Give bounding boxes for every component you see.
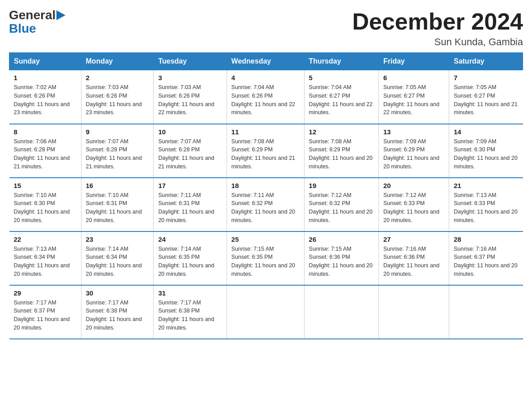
day-info: Sunrise: 7:12 AMSunset: 6:33 PMDaylight:…	[383, 191, 444, 225]
day-info: Sunrise: 7:12 AMSunset: 6:32 PMDaylight:…	[309, 191, 374, 225]
day-number: 4	[232, 74, 300, 81]
calendar-cell: 29 Sunrise: 7:17 AMSunset: 6:37 PMDaylig…	[9, 285, 82, 339]
day-info: Sunrise: 7:03 AMSunset: 6:26 PMDaylight:…	[158, 83, 222, 117]
logo-blue: Blue	[9, 21, 36, 36]
day-number: 15	[14, 182, 77, 189]
day-info: Sunrise: 7:16 AMSunset: 6:37 PMDaylight:…	[454, 245, 518, 278]
header-wednesday: Wednesday	[227, 53, 304, 70]
calendar-week-row: 22 Sunrise: 7:13 AMSunset: 6:34 PMDaylig…	[9, 231, 523, 285]
day-number: 21	[454, 182, 518, 189]
day-number: 18	[232, 182, 300, 189]
day-info: Sunrise: 7:05 AMSunset: 6:27 PMDaylight:…	[383, 83, 444, 117]
calendar-cell: 30 Sunrise: 7:17 AMSunset: 6:38 PMDaylig…	[81, 285, 154, 339]
calendar-cell: 8 Sunrise: 7:06 AMSunset: 6:28 PMDayligh…	[9, 124, 82, 178]
day-info: Sunrise: 7:10 AMSunset: 6:31 PMDaylight:…	[86, 191, 149, 225]
calendar-cell: 20 Sunrise: 7:12 AMSunset: 6:33 PMDaylig…	[379, 178, 449, 231]
day-info: Sunrise: 7:10 AMSunset: 6:30 PMDaylight:…	[14, 191, 77, 225]
header-tuesday: Tuesday	[154, 53, 227, 70]
calendar-cell: 16 Sunrise: 7:10 AMSunset: 6:31 PMDaylig…	[81, 178, 154, 231]
day-info: Sunrise: 7:07 AMSunset: 6:28 PMDaylight:…	[158, 137, 222, 171]
header-sunday: Sunday	[9, 53, 82, 70]
day-number: 23	[86, 235, 149, 243]
calendar-cell: 1 Sunrise: 7:02 AMSunset: 6:26 PMDayligh…	[9, 70, 82, 124]
calendar-week-row: 1 Sunrise: 7:02 AMSunset: 6:26 PMDayligh…	[9, 70, 523, 124]
logo-arrow-icon	[56, 10, 65, 20]
calendar-table: SundayMondayTuesdayWednesdayThursdayFrid…	[9, 52, 523, 339]
calendar-week-row: 29 Sunrise: 7:17 AMSunset: 6:37 PMDaylig…	[9, 285, 523, 339]
svg-marker-0	[56, 10, 65, 20]
calendar-cell: 5 Sunrise: 7:04 AMSunset: 6:27 PMDayligh…	[304, 70, 378, 124]
header-monday: Monday	[81, 53, 154, 70]
day-info: Sunrise: 7:14 AMSunset: 6:34 PMDaylight:…	[86, 245, 149, 278]
day-number: 16	[86, 182, 149, 189]
day-number: 28	[454, 235, 518, 243]
day-number: 11	[232, 128, 300, 136]
calendar-cell	[227, 285, 304, 339]
title-block: December 2024 Sun Kunda, Gambia	[352, 9, 523, 48]
location: Sun Kunda, Gambia	[352, 36, 523, 48]
calendar-cell: 3 Sunrise: 7:03 AMSunset: 6:26 PMDayligh…	[154, 70, 227, 124]
month-title: December 2024	[352, 9, 523, 34]
day-info: Sunrise: 7:02 AMSunset: 6:26 PMDaylight:…	[14, 83, 77, 117]
day-info: Sunrise: 7:09 AMSunset: 6:30 PMDaylight:…	[454, 137, 518, 171]
day-number: 19	[309, 182, 374, 189]
day-number: 22	[14, 235, 77, 243]
day-number: 30	[86, 289, 149, 297]
calendar-cell: 14 Sunrise: 7:09 AMSunset: 6:30 PMDaylig…	[449, 124, 523, 178]
day-number: 10	[158, 128, 222, 136]
calendar-cell: 25 Sunrise: 7:15 AMSunset: 6:35 PMDaylig…	[227, 231, 304, 285]
calendar-cell: 26 Sunrise: 7:15 AMSunset: 6:36 PMDaylig…	[304, 231, 378, 285]
calendar-cell: 18 Sunrise: 7:11 AMSunset: 6:32 PMDaylig…	[227, 178, 304, 231]
calendar-cell: 27 Sunrise: 7:16 AMSunset: 6:36 PMDaylig…	[379, 231, 449, 285]
day-info: Sunrise: 7:17 AMSunset: 6:38 PMDaylight:…	[158, 299, 222, 332]
calendar-cell: 28 Sunrise: 7:16 AMSunset: 6:37 PMDaylig…	[449, 231, 523, 285]
day-info: Sunrise: 7:13 AMSunset: 6:33 PMDaylight:…	[454, 191, 518, 225]
calendar-cell: 24 Sunrise: 7:14 AMSunset: 6:35 PMDaylig…	[154, 231, 227, 285]
day-number: 26	[309, 235, 374, 243]
day-info: Sunrise: 7:08 AMSunset: 6:29 PMDaylight:…	[232, 137, 300, 171]
calendar-cell: 7 Sunrise: 7:05 AMSunset: 6:27 PMDayligh…	[449, 70, 523, 124]
header-thursday: Thursday	[304, 53, 378, 70]
calendar-cell: 17 Sunrise: 7:11 AMSunset: 6:31 PMDaylig…	[154, 178, 227, 231]
day-info: Sunrise: 7:15 AMSunset: 6:35 PMDaylight:…	[232, 245, 300, 278]
day-number: 1	[14, 74, 77, 81]
day-number: 14	[454, 128, 518, 136]
calendar-cell: 23 Sunrise: 7:14 AMSunset: 6:34 PMDaylig…	[81, 231, 154, 285]
day-info: Sunrise: 7:17 AMSunset: 6:38 PMDaylight:…	[86, 299, 149, 332]
calendar-cell: 11 Sunrise: 7:08 AMSunset: 6:29 PMDaylig…	[227, 124, 304, 178]
day-number: 25	[232, 235, 300, 243]
logo: General Blue	[9, 9, 65, 36]
day-info: Sunrise: 7:04 AMSunset: 6:26 PMDaylight:…	[232, 83, 300, 117]
header-friday: Friday	[379, 53, 449, 70]
day-number: 2	[86, 74, 149, 81]
calendar-cell: 22 Sunrise: 7:13 AMSunset: 6:34 PMDaylig…	[9, 231, 82, 285]
calendar-cell	[304, 285, 378, 339]
day-info: Sunrise: 7:07 AMSunset: 6:28 PMDaylight:…	[86, 137, 149, 171]
day-number: 20	[383, 182, 444, 189]
day-number: 9	[86, 128, 149, 136]
calendar-week-row: 15 Sunrise: 7:10 AMSunset: 6:30 PMDaylig…	[9, 178, 523, 231]
page-header: General Blue December 2024 Sun Kunda, Ga…	[9, 9, 523, 48]
day-info: Sunrise: 7:11 AMSunset: 6:32 PMDaylight:…	[232, 191, 300, 225]
calendar-cell: 15 Sunrise: 7:10 AMSunset: 6:30 PMDaylig…	[9, 178, 82, 231]
calendar-cell	[449, 285, 523, 339]
header-saturday: Saturday	[449, 53, 523, 70]
day-number: 3	[158, 74, 222, 81]
day-number: 12	[309, 128, 374, 136]
day-info: Sunrise: 7:06 AMSunset: 6:28 PMDaylight:…	[14, 137, 77, 171]
day-info: Sunrise: 7:11 AMSunset: 6:31 PMDaylight:…	[158, 191, 222, 225]
day-info: Sunrise: 7:03 AMSunset: 6:26 PMDaylight:…	[86, 83, 149, 117]
day-number: 7	[454, 74, 518, 81]
calendar-cell: 6 Sunrise: 7:05 AMSunset: 6:27 PMDayligh…	[379, 70, 449, 124]
calendar-cell: 31 Sunrise: 7:17 AMSunset: 6:38 PMDaylig…	[154, 285, 227, 339]
day-number: 27	[383, 235, 444, 243]
day-info: Sunrise: 7:17 AMSunset: 6:37 PMDaylight:…	[14, 299, 77, 332]
calendar-cell: 12 Sunrise: 7:08 AMSunset: 6:29 PMDaylig…	[304, 124, 378, 178]
day-info: Sunrise: 7:15 AMSunset: 6:36 PMDaylight:…	[309, 245, 374, 278]
day-number: 6	[383, 74, 444, 81]
calendar-cell	[379, 285, 449, 339]
day-info: Sunrise: 7:16 AMSunset: 6:36 PMDaylight:…	[383, 245, 444, 278]
calendar-cell: 19 Sunrise: 7:12 AMSunset: 6:32 PMDaylig…	[304, 178, 378, 231]
day-number: 29	[14, 289, 77, 297]
calendar-header-row: SundayMondayTuesdayWednesdayThursdayFrid…	[9, 53, 523, 70]
